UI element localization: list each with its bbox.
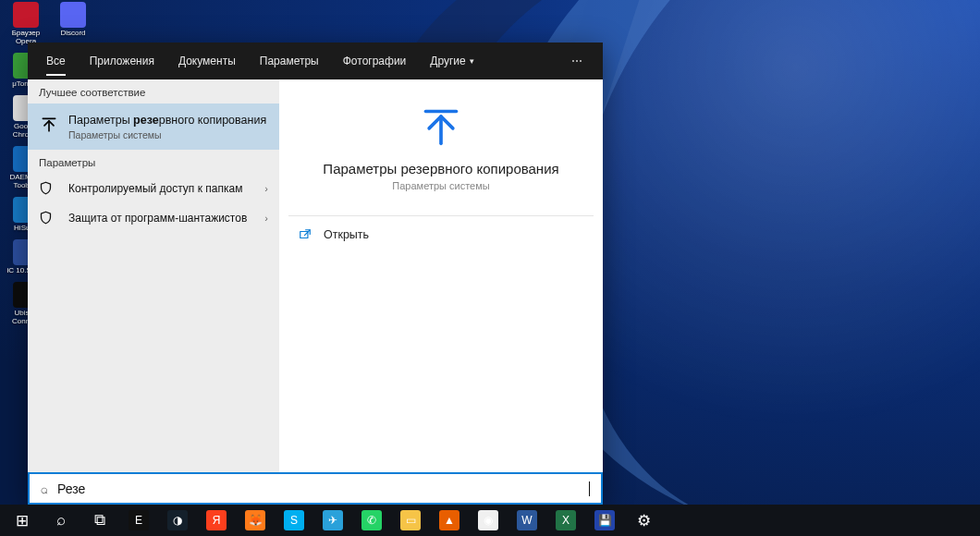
- whatsapp[interactable]: ✆: [353, 505, 390, 536]
- settings-result[interactable]: Защита от программ-шантажистов ›: [28, 203, 279, 233]
- result-label: Защита от программ-шантажистов: [68, 212, 247, 225]
- tab-label: Фотографии: [343, 55, 407, 67]
- search-tab[interactable]: Параметры: [251, 43, 328, 79]
- search-tab[interactable]: Другие▾: [421, 43, 483, 79]
- app-icon: [13, 2, 39, 28]
- detail-title: Параметры резервного копирования: [295, 161, 586, 177]
- settings-result[interactable]: Контролируемый доступ к папкам ›: [28, 174, 279, 203]
- taskbar-icon: X: [556, 510, 576, 530]
- taskbar-icon: ⧉: [90, 510, 110, 530]
- skype[interactable]: S: [276, 505, 312, 536]
- taskbar-icon: E: [129, 510, 149, 530]
- task-view-button[interactable]: ⧉: [81, 505, 118, 536]
- search-button[interactable]: ⌕: [43, 505, 80, 536]
- word[interactable]: W: [508, 505, 545, 536]
- backup-up-arrow-icon: [420, 105, 462, 148]
- chrome[interactable]: ◉: [470, 505, 507, 536]
- results-column: Лучшее соответствие Параметры резервного…: [28, 79, 279, 505]
- app-icon: [60, 2, 86, 28]
- taskbar-icon: ⊞: [12, 510, 32, 530]
- desktop[interactable]: Браузер Opera μTorrent Google Chrome DAE…: [0, 0, 980, 536]
- shield-icon: [39, 181, 53, 198]
- taskbar-icon: ✈: [323, 510, 343, 530]
- search-tab[interactable]: Приложения: [80, 43, 164, 79]
- backup-up-arrow-icon: [39, 115, 59, 135]
- best-match-subtitle: Параметры системы: [68, 129, 268, 140]
- desktop-icon[interactable]: Браузер Opera: [2, 2, 50, 45]
- epic-games[interactable]: E: [120, 505, 157, 536]
- tab-label: Другие: [430, 55, 465, 67]
- tab-label: Документы: [178, 55, 236, 67]
- search-tab[interactable]: Фотографии: [334, 43, 416, 79]
- search-input[interactable]: [57, 481, 588, 496]
- taskbar-icon: ◑: [167, 510, 188, 530]
- best-match-label: Лучшее соответствие: [28, 79, 279, 104]
- best-match-title: Параметры резервного копирования: [68, 113, 268, 128]
- open-label: Открыть: [324, 228, 369, 241]
- detail-pane: Параметры резервного копирования Парамет…: [279, 79, 603, 505]
- steam[interactable]: ◑: [159, 505, 196, 536]
- taskbar-icon: ◉: [478, 510, 498, 530]
- taskbar-icon: Я: [206, 510, 227, 530]
- firefox[interactable]: 🦊: [237, 505, 274, 536]
- start-button[interactable]: ⊞: [4, 505, 41, 536]
- best-match-result[interactable]: Параметры резервного копирования Парамет…: [28, 104, 279, 150]
- explorer[interactable]: ▭: [392, 505, 429, 536]
- search-tab[interactable]: Все: [37, 43, 75, 79]
- taskbar-icon: W: [517, 510, 537, 530]
- tab-label: Приложения: [90, 55, 154, 67]
- taskbar-icon: ⌕: [51, 510, 71, 530]
- more-options-button[interactable]: ⋯: [558, 55, 597, 67]
- taskbar-icon: S: [284, 510, 304, 530]
- tab-label: Параметры: [260, 55, 319, 67]
- taskbar-icon: ✆: [361, 510, 382, 530]
- desktop-icon[interactable]: Discord: [46, 2, 100, 37]
- tab-label: Все: [46, 55, 66, 67]
- search-tabs-bar: ВсеПриложенияДокументыПараметрыФотографи…: [28, 43, 603, 79]
- chevron-right-icon: ›: [264, 183, 268, 194]
- taskbar-icon: 💾: [594, 510, 615, 530]
- result-label: Контролируемый доступ к папкам: [68, 182, 242, 195]
- taskbar: ⊞⌕⧉E◑Я🦊S✈✆▭▲◉WX💾⚙: [0, 505, 980, 536]
- text-caret: [589, 481, 590, 496]
- taskbar-icon: ▭: [400, 510, 421, 530]
- search-icon: ⌕: [41, 481, 48, 496]
- icon-label: Discord: [60, 29, 85, 37]
- vlc[interactable]: ▲: [431, 505, 468, 536]
- parameters-label: Параметры: [28, 150, 279, 174]
- taskbar-icon: 🦊: [245, 510, 265, 530]
- save-disk[interactable]: 💾: [586, 505, 623, 536]
- svg-line-5: [304, 230, 310, 236]
- start-search-panel: ВсеПриложенияДокументыПараметрыФотографи…: [28, 43, 603, 505]
- detail-subtitle: Параметры системы: [392, 180, 489, 191]
- telegram[interactable]: ✈: [314, 505, 351, 536]
- taskbar-icon: ⚙: [633, 510, 654, 530]
- excel[interactable]: X: [547, 505, 584, 536]
- open-icon: [298, 227, 312, 242]
- chevron-down-icon: ▾: [470, 56, 474, 66]
- search-tab[interactable]: Документы: [169, 43, 245, 79]
- shield-icon: [39, 211, 53, 227]
- open-action[interactable]: Открыть: [279, 216, 603, 253]
- taskbar-icon: ▲: [439, 510, 459, 530]
- search-box[interactable]: ⌕: [28, 472, 603, 505]
- settings[interactable]: ⚙: [625, 505, 662, 536]
- yandex[interactable]: Я: [198, 505, 235, 536]
- chevron-right-icon: ›: [264, 213, 268, 224]
